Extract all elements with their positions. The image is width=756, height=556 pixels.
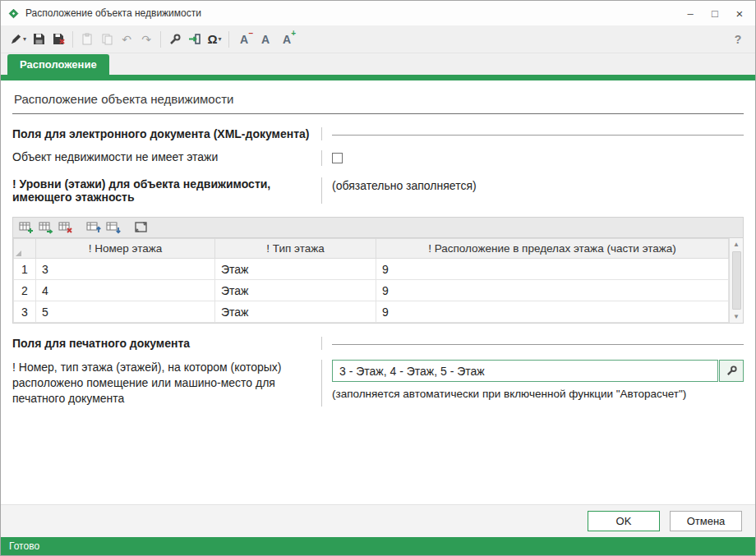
font-default-button[interactable]: A (255, 29, 276, 50)
corner-triangle-icon (16, 250, 21, 256)
dropdown-caret-icon: ▾ (219, 35, 222, 43)
heading-divider (12, 113, 744, 114)
maximize-icon[interactable]: □ (703, 2, 727, 24)
cell-floor-type[interactable]: Этаж (215, 259, 376, 280)
expand-table-icon (134, 221, 149, 234)
font-decrease-button[interactable]: A – (233, 29, 255, 50)
window-title: Расположение объекта недвижимости (25, 7, 201, 19)
cell-floor-location[interactable]: 9 (376, 259, 729, 280)
tab-raspolozhenie[interactable]: Расположение (7, 54, 109, 75)
add-row-button[interactable] (16, 219, 36, 236)
copy-button[interactable] (97, 29, 117, 50)
floors-table-block: ! Номер этажа ! Тип этажа ! Расположение… (12, 217, 744, 324)
font-letter: A (240, 33, 248, 46)
toolbar-separator (228, 31, 229, 48)
window-controls: – □ × (678, 2, 752, 24)
insert-row-button[interactable] (36, 219, 56, 236)
grid-toolbar (12, 217, 744, 238)
cell-floor-number[interactable]: 5 (36, 301, 215, 323)
redo-button[interactable]: ↷ (136, 29, 156, 50)
cell-floor-number[interactable]: 3 (36, 259, 215, 280)
cell-floor-type[interactable]: Этаж (215, 280, 376, 301)
cell-floor-location[interactable]: 9 (376, 280, 729, 301)
tools-button[interactable] (165, 29, 185, 50)
content-area: Расположение объекта недвижимости Поля д… (1, 80, 755, 504)
column-header-floor-number[interactable]: ! Номер этажа (36, 239, 215, 259)
save-close-button[interactable] (48, 29, 68, 50)
add-row-icon (19, 221, 34, 234)
help-button[interactable]: ? (727, 29, 749, 50)
wrench-icon (168, 33, 182, 46)
floors-table: ! Номер этажа ! Тип этажа ! Расположение… (13, 238, 729, 323)
xml-section-right (321, 127, 744, 140)
import-icon (188, 33, 201, 45)
delete-row-button[interactable] (56, 219, 76, 236)
marker-icon (10, 33, 22, 45)
section-divider (332, 344, 744, 345)
table-row: 1 3 Этаж 9 (14, 259, 729, 280)
font-increase-button[interactable]: A + (276, 29, 297, 50)
no-floors-label: Объект недвижимости не имеет этажи (12, 150, 321, 166)
print-field-label: ! Номер, тип этажа (этажей), на котором … (12, 360, 284, 407)
marker-tool-button[interactable]: ▾ (7, 29, 29, 50)
cell-floor-type[interactable]: Этаж (215, 301, 376, 323)
section-divider (332, 135, 744, 136)
redo-icon: ↷ (141, 33, 151, 46)
delete-row-icon (58, 221, 73, 234)
undo-icon: ↶ (122, 33, 131, 46)
minus-icon: – (248, 30, 253, 38)
symbol-button[interactable]: Ω▾ (205, 29, 224, 50)
select-all-corner[interactable] (14, 239, 36, 259)
floors-summary-input[interactable] (332, 360, 718, 382)
row-number: 2 (14, 280, 36, 301)
no-floors-row: Объект недвижимости не имеет этажи (12, 150, 744, 166)
move-row-down-button[interactable] (104, 219, 123, 236)
xml-section-header-row: Поля для электронного документа (XML-док… (12, 127, 744, 140)
import-button[interactable] (185, 29, 205, 50)
expand-table-button[interactable] (131, 219, 151, 236)
save-button[interactable] (29, 29, 48, 50)
paste-button[interactable] (77, 29, 97, 50)
undo-button[interactable]: ↶ (117, 29, 136, 50)
table-row: 3 5 Этаж 9 (14, 301, 729, 323)
move-row-down-icon (106, 221, 121, 234)
font-letter: A (283, 33, 291, 46)
ok-button[interactable]: OK (588, 511, 660, 531)
move-row-up-button[interactable] (84, 219, 104, 236)
row-number: 3 (14, 301, 36, 323)
column-header-floor-type[interactable]: ! Тип этажа (215, 239, 376, 259)
cancel-button[interactable]: Отмена (670, 511, 742, 531)
column-header-floor-location[interactable]: ! Расположение в пределах этажа (части э… (376, 239, 729, 259)
toolbar-separator (160, 31, 161, 48)
levels-label: ! Уровни (этажи) для объекта недвижимост… (12, 177, 321, 204)
paste-icon (81, 33, 93, 45)
page-title: Расположение объекта недвижимости (12, 89, 744, 113)
app-logo-icon (7, 7, 20, 20)
status-bar: Готово (1, 537, 755, 555)
autocalc-button[interactable] (719, 360, 744, 382)
main-toolbar: ▾ (1, 25, 755, 53)
cell-floor-number[interactable]: 4 (36, 280, 215, 301)
cell-floor-location[interactable]: 9 (376, 301, 729, 323)
print-section-title: Поля для печатного документа (12, 337, 321, 350)
plus-icon: + (291, 30, 296, 38)
dropdown-caret-icon: ▾ (23, 35, 26, 43)
print-field-row: ! Номер, тип этажа (этажей), на котором … (12, 360, 744, 407)
toolbar-separator (72, 31, 73, 48)
close-icon[interactable]: × (727, 2, 752, 24)
tab-bar: Расположение (1, 53, 755, 75)
levels-row: ! Уровни (этажи) для объекта недвижимост… (12, 177, 744, 204)
table-scrollbar[interactable]: ▲ ▼ (729, 238, 743, 323)
levels-note: (обязательно заполняется) (332, 177, 744, 192)
minimize-icon[interactable]: – (678, 2, 703, 24)
no-floors-checkbox[interactable] (332, 153, 343, 163)
font-letter: A (261, 33, 270, 46)
scrollbar-thumb[interactable] (732, 251, 741, 310)
dialog-window: Расположение объекта недвижимости – □ × … (0, 0, 756, 556)
xml-section-title: Поля для электронного документа (XML-док… (12, 127, 321, 140)
scroll-down-icon[interactable]: ▼ (730, 310, 743, 323)
table-header-row: ! Номер этажа ! Тип этажа ! Расположение… (14, 239, 729, 259)
omega-icon: Ω (207, 32, 217, 46)
tab-accent-stripe (1, 75, 755, 80)
scroll-up-icon[interactable]: ▲ (730, 238, 743, 250)
